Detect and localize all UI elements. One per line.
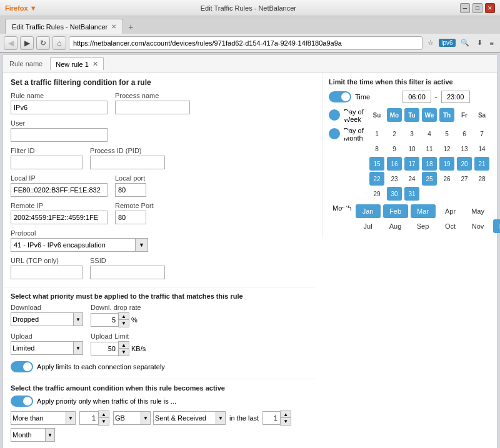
- minimize-button[interactable]: ─: [460, 3, 470, 13]
- dom-cell-1[interactable]: 1: [369, 127, 384, 141]
- dom-cell-5[interactable]: 5: [439, 127, 454, 141]
- time-toggle[interactable]: [329, 91, 351, 102]
- dom-cell-25[interactable]: 25: [422, 172, 437, 186]
- home-button[interactable]: ⌂: [52, 36, 66, 50]
- dom-cell-16[interactable]: 16: [387, 157, 402, 171]
- dom-cell-9[interactable]: 9: [387, 142, 402, 156]
- dow-cell-we[interactable]: We: [422, 108, 437, 122]
- user-input[interactable]: [11, 128, 108, 142]
- apply-traffic-toggle[interactable]: [11, 396, 33, 407]
- dow-cell-mo[interactable]: Mo: [387, 108, 402, 122]
- search-icon[interactable]: 🔍: [458, 37, 472, 48]
- dom-cell-30[interactable]: 30: [387, 187, 402, 201]
- dom-cell-26[interactable]: 26: [439, 172, 454, 186]
- dom-cell-7[interactable]: 7: [474, 127, 489, 141]
- download-dropdown-icon[interactable]: ▼: [73, 312, 83, 326]
- dom-cell-10[interactable]: 10: [404, 142, 419, 156]
- protocol-input[interactable]: [11, 238, 136, 252]
- close-button[interactable]: ✕: [485, 3, 495, 13]
- dom-cell-31[interactable]: 31: [404, 187, 419, 201]
- last-unit-select[interactable]: Month Day Hour Minute: [11, 428, 45, 442]
- dom-cell-3[interactable]: 3: [404, 127, 419, 141]
- ssid-input[interactable]: [90, 266, 165, 279]
- upload-limit-input[interactable]: [91, 342, 118, 356]
- protocol-dropdown-btn[interactable]: ▼: [136, 238, 148, 252]
- dom-cell-29[interactable]: 29: [369, 187, 384, 201]
- apply-limits-toggle[interactable]: [11, 361, 33, 372]
- dow-cell-fr[interactable]: Fr: [457, 108, 472, 122]
- condition1-dropdown-icon[interactable]: ▼: [66, 411, 76, 425]
- new-tab-button[interactable]: +: [123, 20, 138, 34]
- dom-cell-24[interactable]: 24: [404, 172, 419, 186]
- address-bar[interactable]: [69, 36, 422, 50]
- dom-cell-8[interactable]: 8: [369, 142, 384, 156]
- dom-cell-20[interactable]: 20: [457, 157, 472, 171]
- dom-cell-17[interactable]: 17: [404, 157, 419, 171]
- downl-drop-rate-input[interactable]: [91, 313, 118, 327]
- dow-cell-sa[interactable]: Sa: [474, 108, 489, 122]
- spinner-down[interactable]: ▼: [119, 320, 129, 327]
- local-port-input[interactable]: [115, 183, 146, 197]
- direction-dropdown-icon[interactable]: ▼: [216, 411, 226, 425]
- month-cell-oct[interactable]: Oct: [438, 219, 463, 233]
- month-cell-jun[interactable]: Jun: [493, 204, 500, 218]
- condition1-select[interactable]: More than Less than: [11, 411, 66, 425]
- time-from-input[interactable]: [402, 91, 431, 103]
- dom-toggle[interactable]: [329, 128, 340, 139]
- month-cell-feb[interactable]: Feb: [383, 204, 408, 218]
- month-cell-apr[interactable]: Apr: [438, 204, 463, 218]
- spinner-up[interactable]: ▲: [119, 313, 129, 320]
- dom-cell-13[interactable]: 13: [457, 142, 472, 156]
- filter-id-input[interactable]: [11, 156, 82, 169]
- dom-cell-15[interactable]: 15: [369, 157, 384, 171]
- spinner-up[interactable]: ▲: [281, 411, 291, 418]
- dom-cell-21[interactable]: 21: [474, 157, 489, 171]
- menu-icon[interactable]: ≡: [488, 38, 496, 48]
- spinner-down[interactable]: ▼: [281, 418, 291, 425]
- dom-cell-6[interactable]: 6: [457, 127, 472, 141]
- direction-select[interactable]: Sent & Received Sent Received: [153, 411, 216, 425]
- bookmark-icon[interactable]: ☆: [425, 37, 436, 48]
- month-cell-dec[interactable]: Dec: [493, 219, 500, 233]
- dom-cell-14[interactable]: 14: [474, 142, 489, 156]
- amount-input[interactable]: [79, 411, 98, 425]
- local-ip-input[interactable]: [11, 183, 108, 197]
- download-icon[interactable]: ⬇: [474, 37, 485, 48]
- back-button[interactable]: ◀: [4, 36, 18, 50]
- spinner-up[interactable]: ▲: [119, 342, 129, 349]
- month-cell-aug[interactable]: Aug: [383, 219, 408, 233]
- spinner-down[interactable]: ▼: [99, 418, 109, 425]
- rule-tab[interactable]: New rule 1 ✕: [50, 57, 104, 70]
- dom-cell-22[interactable]: 22: [369, 172, 384, 186]
- dow-cell-su[interactable]: Su: [369, 108, 384, 122]
- month-cell-sep[interactable]: Sep: [411, 219, 436, 233]
- active-tab[interactable]: Edit Traffic Rules - NetBalancer ✕: [5, 19, 123, 34]
- month-cell-jan[interactable]: Jan: [356, 204, 381, 218]
- dow-cell-th[interactable]: Th: [439, 108, 454, 122]
- download-select[interactable]: Dropped Blocked Low Normal High Highest: [11, 312, 73, 326]
- last-value-input[interactable]: [262, 411, 280, 425]
- process-id-input[interactable]: [90, 156, 165, 169]
- remote-ip-input[interactable]: [11, 211, 108, 224]
- month-cell-mar[interactable]: Mar: [411, 204, 436, 218]
- process-name-input[interactable]: [115, 101, 190, 114]
- spinner-down[interactable]: ▼: [119, 349, 129, 356]
- dom-cell-23[interactable]: 23: [387, 172, 402, 186]
- maximize-button[interactable]: □: [472, 3, 482, 13]
- month-cell-jul[interactable]: Jul: [356, 219, 381, 233]
- upload-select[interactable]: Limited Dropped Blocked Low Normal High …: [11, 341, 73, 355]
- dom-cell-2[interactable]: 2: [387, 127, 402, 141]
- upload-limit-spinner[interactable]: ▲ ▼: [118, 341, 129, 356]
- rule-tab-close-icon[interactable]: ✕: [92, 60, 98, 68]
- last-unit-dropdown-icon[interactable]: ▼: [45, 428, 55, 442]
- tab-close-icon[interactable]: ✕: [111, 23, 116, 30]
- amount-spinner[interactable]: ▲ ▼: [98, 411, 109, 426]
- dom-cell-11[interactable]: 11: [422, 142, 437, 156]
- month-cell-nov[interactable]: Nov: [466, 219, 491, 233]
- dom-cell-27[interactable]: 27: [457, 172, 472, 186]
- dom-cell-12[interactable]: 12: [439, 142, 454, 156]
- rule-name-input[interactable]: [11, 101, 108, 114]
- url-input[interactable]: [11, 266, 82, 279]
- dom-cell-28[interactable]: 28: [474, 172, 489, 186]
- dom-cell-4[interactable]: 4: [422, 127, 437, 141]
